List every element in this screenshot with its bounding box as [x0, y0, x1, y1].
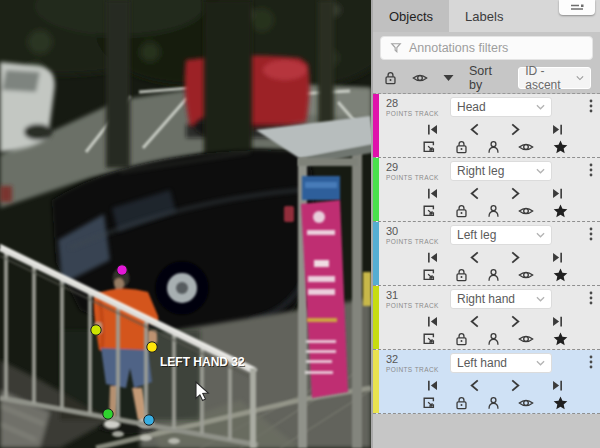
hide-all-button[interactable]	[412, 72, 428, 84]
object-menu-button[interactable]	[588, 353, 594, 373]
hide-button[interactable]	[518, 205, 534, 217]
yellow-pole	[363, 272, 371, 306]
annotation-point-head[interactable]	[117, 265, 127, 275]
star-filled-icon	[553, 140, 568, 154]
object-card[interactable]: 28 POINTS TRACK Head	[373, 94, 600, 158]
next-keyframe-button[interactable]	[510, 315, 521, 328]
prev-keyframe-button[interactable]	[469, 251, 480, 264]
object-label-value: Head	[457, 100, 486, 114]
outside-button[interactable]	[422, 332, 436, 346]
object-label-select[interactable]: Left leg	[450, 225, 552, 245]
occluded-button[interactable]	[487, 332, 500, 346]
lock-icon	[455, 204, 468, 218]
next-keyframe-button[interactable]	[510, 187, 521, 200]
star-filled-icon	[553, 268, 568, 282]
person-icon	[487, 268, 500, 282]
object-menu-button[interactable]	[588, 225, 594, 245]
kebab-vertical-icon	[589, 99, 593, 113]
prev-keyframe-button[interactable]	[469, 187, 480, 200]
sort-select[interactable]: ID - ascent	[518, 67, 591, 89]
prev-keyframe-button[interactable]	[469, 379, 480, 392]
keyframe-star-button[interactable]	[553, 204, 568, 218]
annotation-app: LEFT HAND 32 LEFT HAND 32 Objects Labels…	[0, 0, 600, 448]
appearance-menu-button[interactable]	[559, 0, 595, 15]
first-keyframe-button[interactable]	[426, 379, 439, 392]
sidebar-tabs: Objects Labels	[373, 0, 600, 32]
occluded-button[interactable]	[487, 268, 500, 282]
skip-to-first-icon	[426, 187, 439, 200]
next-keyframe-button[interactable]	[510, 251, 521, 264]
annotation-point-left-leg[interactable]	[144, 415, 154, 425]
hide-button[interactable]	[518, 333, 534, 345]
tab-objects[interactable]: Objects	[373, 0, 449, 32]
occluded-button[interactable]	[487, 396, 500, 410]
occluded-button[interactable]	[487, 204, 500, 218]
hide-button[interactable]	[518, 269, 534, 281]
lock-button[interactable]	[455, 332, 468, 346]
annotation-point-left-hand[interactable]	[147, 342, 157, 352]
sort-select-value: ID - ascent	[525, 64, 576, 92]
prev-keyframe-button[interactable]	[469, 123, 480, 136]
prev-keyframe-button[interactable]	[469, 315, 480, 328]
collapse-all-button[interactable]	[443, 74, 454, 82]
chevron-down-icon	[576, 75, 584, 81]
annotation-point-right-hand[interactable]	[91, 325, 101, 335]
tab-labels[interactable]: Labels	[449, 0, 519, 32]
object-label-select[interactable]: Right leg	[450, 161, 552, 181]
keyframe-star-button[interactable]	[553, 396, 568, 410]
last-keyframe-button[interactable]	[551, 187, 564, 200]
first-keyframe-button[interactable]	[426, 315, 439, 328]
first-keyframe-button[interactable]	[426, 187, 439, 200]
keyframe-star-button[interactable]	[553, 140, 568, 154]
occluded-button[interactable]	[487, 140, 500, 154]
object-type: POINTS TRACK	[386, 367, 444, 374]
object-card-header: 30 POINTS TRACK Left leg	[386, 225, 594, 246]
object-card[interactable]: 31 POINTS TRACK Right hand	[373, 286, 600, 350]
object-menu-button[interactable]	[588, 161, 594, 181]
lock-button[interactable]	[455, 268, 468, 282]
chevron-down-icon	[536, 360, 545, 366]
first-keyframe-button[interactable]	[426, 251, 439, 264]
first-keyframe-button[interactable]	[426, 123, 439, 136]
kebab-vertical-icon	[589, 355, 593, 369]
outside-button[interactable]	[422, 204, 436, 218]
object-props-row	[386, 329, 594, 348]
eye-icon	[518, 333, 534, 345]
caret-down-icon	[443, 74, 454, 82]
object-card[interactable]: 30 POINTS TRACK Left leg	[373, 222, 600, 286]
chevron-left-icon	[469, 315, 480, 328]
next-keyframe-button[interactable]	[510, 123, 521, 136]
last-keyframe-button[interactable]	[551, 379, 564, 392]
annotation-point-right-leg[interactable]	[103, 409, 113, 419]
object-menu-button[interactable]	[588, 97, 594, 117]
object-label-select[interactable]: Left hand	[450, 353, 552, 373]
last-keyframe-button[interactable]	[551, 315, 564, 328]
outside-button[interactable]	[422, 268, 436, 282]
object-menu-button[interactable]	[588, 289, 594, 309]
outside-button[interactable]	[422, 140, 436, 154]
chevron-down-icon	[536, 296, 545, 302]
object-type: POINTS TRACK	[386, 111, 444, 118]
lock-button[interactable]	[455, 140, 468, 154]
next-keyframe-button[interactable]	[510, 379, 521, 392]
object-card[interactable]: 32 POINTS TRACK Left hand	[373, 350, 600, 414]
lock-button[interactable]	[455, 204, 468, 218]
kebab-vertical-icon	[589, 291, 593, 305]
outside-button[interactable]	[422, 396, 436, 410]
annotations-filter-input[interactable]: Annotations filters	[380, 36, 593, 60]
video-canvas[interactable]: LEFT HAND 32 LEFT HAND 32	[0, 0, 371, 448]
object-card[interactable]: 29 POINTS TRACK Right leg	[373, 158, 600, 222]
star-filled-icon	[553, 204, 568, 218]
keyframe-star-button[interactable]	[553, 332, 568, 346]
last-keyframe-button[interactable]	[551, 251, 564, 264]
hide-button[interactable]	[518, 141, 534, 153]
chevron-right-icon	[510, 379, 521, 392]
object-label-select[interactable]: Head	[450, 97, 552, 117]
lock-all-button[interactable]	[384, 71, 397, 85]
object-label-select[interactable]: Right hand	[450, 289, 552, 309]
last-keyframe-button[interactable]	[551, 123, 564, 136]
object-id: 28	[386, 98, 444, 109]
hide-button[interactable]	[518, 397, 534, 409]
keyframe-star-button[interactable]	[553, 268, 568, 282]
lock-button[interactable]	[455, 396, 468, 410]
